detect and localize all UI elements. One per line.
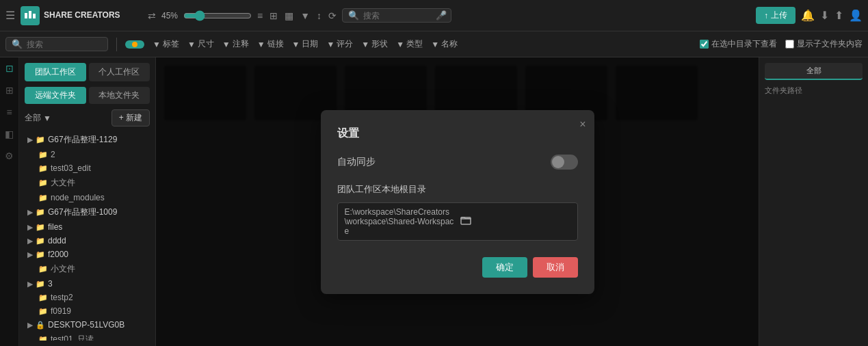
tab-remote-folder[interactable]: 远端文件夹 [25,87,86,104]
path-value: E:\workspace\ShareCreators\workspace\Sha… [345,207,455,236]
expand-icon: ▶ [27,237,33,245]
folder-icon: 📁 [36,250,45,259]
filter-shape[interactable]: ▼ 形状 [361,38,388,50]
folder-icon: 📁 [38,194,48,202]
tree-item[interactable]: 📁 testp2 [25,291,150,304]
tree-item[interactable]: 📁 f0919 [25,304,150,318]
filter-search-input[interactable] [27,40,95,49]
tree-item[interactable]: 📁 大文件 [25,175,150,191]
expand-icon: ▶ [27,280,33,289]
top-bar-right: ↑ 上传 🔔 ⬇ ⬆ 👤 [756,7,863,24]
toolbar-icons: ≡ ⊞ ▦ ▼ ↕ ⟳ [257,10,337,21]
menu-icon[interactable]: ☰ [5,9,15,22]
nav-back-icon[interactable]: ⇄ [148,10,156,21]
logo: SHARE CREATORS [21,6,120,25]
filter-icon[interactable]: ▼ [300,10,310,21]
locked-folder-icon: 🔒 [36,321,45,330]
table-view-icon[interactable]: ▦ [285,10,293,21]
mini-icon-home[interactable]: ⊡ [5,63,14,74]
toggle-knob [552,156,564,168]
top-bar: ☰ SHARE CREATORS ⇄ 45% ≡ ⊞ ▦ ▼ ↕ ⟳ 🔍 🎤 [0,0,868,31]
tree-item[interactable]: 📁 2 [25,148,150,161]
right-filters: 在选中目录下查看 显示子文件夹内容 [700,38,863,50]
folder-icon: 📁 [36,280,45,289]
filter-link[interactable]: ▼ 链接 [257,38,284,50]
mini-icon-layers[interactable]: ◧ [5,129,14,139]
sidebar: 团队工作区 个人工作区 远端文件夹 本地文件夹 全部 ▼ + 新建 ▶ 📁 G6… [19,57,156,346]
folder-tabs: 远端文件夹 本地文件夹 [25,87,150,104]
share-icon[interactable]: ⬆ [834,9,843,22]
tree-item[interactable]: 📁 test01_只读 [25,332,150,341]
tab-team-workspace[interactable]: 团队工作区 [25,63,86,81]
filter-search: 🔍 [5,37,108,51]
tree-item[interactable]: ▶ 📁 G67作品整理-1129 [25,132,150,148]
filter-tags[interactable]: ▼ 标签 [153,38,179,50]
tree-item[interactable]: ▶ 📁 f2000 [25,248,150,261]
right-panel: 全部 文件夹路径 [759,57,868,346]
upload-button[interactable]: ↑ 上传 [756,7,795,24]
expand-icon: ▶ [27,321,33,330]
checkbox-subfolders[interactable]: 显示子文件夹内容 [785,38,863,50]
mini-icon-list[interactable]: ≡ [6,107,12,118]
expand-icon: ▶ [27,135,33,144]
right-panel-tabs: 全部 [765,63,863,80]
auto-sync-toggle[interactable] [551,155,578,170]
search-input[interactable] [363,11,432,21]
mini-icon-grid[interactable]: ⊞ [5,85,14,96]
user-icon[interactable]: 👤 [849,9,863,22]
tab-local-folder[interactable]: 本地文件夹 [89,87,150,104]
download-icon[interactable]: ⬇ [820,9,829,22]
tree-item[interactable]: 📁 test03_edit [25,161,150,175]
checkbox-current-dir[interactable]: 在选中目录下查看 [700,38,777,50]
filter-name[interactable]: ▼ 名称 [431,38,458,50]
expand-icon: ▶ [27,223,33,232]
filter-size[interactable]: ▼ 尺寸 [187,38,214,50]
cancel-button[interactable]: 取消 [533,257,578,278]
color-circle [132,42,137,47]
new-folder-button[interactable]: + 新建 [111,109,150,127]
zoom-slider[interactable] [183,10,252,21]
file-tree: ▶ 📁 G67作品整理-1129 📁 2 📁 test03_edit 📁 大文件… [25,132,150,341]
folder-icon: 📁 [38,265,48,274]
filter-rating[interactable]: ▼ 评分 [326,38,353,50]
tree-item[interactable]: 📁 node_modules [25,191,150,204]
refresh-icon[interactable]: ⟳ [328,10,337,21]
main-area: ⊡ ⊞ ≡ ◧ ⚙ 团队工作区 个人工作区 远端文件夹 本地文件夹 全部 ▼ +… [0,57,868,346]
confirm-button[interactable]: 确定 [482,257,527,278]
tree-item[interactable]: ▶ 📁 G67作品整理-1009 [25,204,150,220]
workspace-root-label: 团队工作区本地根目录 [337,183,578,196]
mini-icon-settings[interactable]: ⚙ [5,150,14,161]
tree-item[interactable]: ▶ 📁 files [25,220,150,234]
sort-icon[interactable]: ↕ [317,10,321,21]
search-icon: 🔍 [348,10,359,21]
expand-icon: ▶ [27,208,33,217]
modal-close-button[interactable]: × [579,118,586,131]
folder-icon: 📁 [36,135,45,144]
filter-annotation[interactable]: ▼ 注释 [222,38,249,50]
folder-actions: 全部 ▼ + 新建 [25,109,150,127]
folder-icon: 📁 [36,237,45,245]
filter-date[interactable]: ▼ 日期 [292,38,319,50]
top-bar-left: ☰ SHARE CREATORS [5,6,142,25]
list-view-icon[interactable]: ≡ [257,10,263,21]
grid-view-icon[interactable]: ⊞ [269,10,278,21]
filter-type[interactable]: ▼ 类型 [396,38,423,50]
notification-icon[interactable]: 🔔 [801,9,815,22]
tree-item[interactable]: ▶ 📁 dddd [25,234,150,248]
folder-all[interactable]: 全部 ▼ [25,112,51,124]
mic-icon[interactable]: 🎤 [436,10,447,21]
modal-actions: 确定 取消 [337,257,578,278]
filter-bar: 🔍 ▼ 标签 ▼ 尺寸 ▼ 注释 ▼ 链接 ▼ 日期 ▼ 评分 ▼ 形状 ▼ 类… [0,31,868,57]
folder-icon: 📁 [38,335,48,341]
filter-search-icon: 🔍 [12,39,23,49]
folder-icon: 📁 [38,293,48,302]
tree-item[interactable]: 📁 小文件 [25,261,150,277]
upload-icon: ↑ [764,11,768,21]
tree-item[interactable]: ▶ 📁 3 [25,277,150,291]
tree-item[interactable]: ▶ 🔒 DESKTOP-51LVG0B [25,318,150,332]
rp-tab-all[interactable]: 全部 [765,63,863,80]
folder-browse-icon[interactable] [460,215,570,228]
color-filter-tag[interactable] [125,40,144,49]
tab-personal-workspace[interactable]: 个人工作区 [89,63,150,81]
logo-icon [21,6,40,25]
